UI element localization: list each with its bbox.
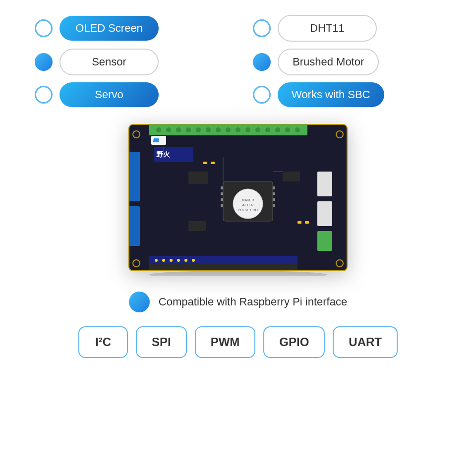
svg-point-52 (135, 133, 138, 136)
oled-indicator (35, 19, 53, 37)
dht11-badge: DHT11 (278, 15, 377, 42)
features-grid: OLED Screen DHT11 Sensor Brushed Motor S… (35, 15, 441, 107)
svg-rect-28 (221, 186, 223, 189)
sensor-badge: Sensor (60, 49, 159, 75)
svg-rect-18 (129, 206, 140, 246)
svg-point-56 (135, 262, 138, 265)
svg-text:MAKER: MAKER (242, 198, 254, 202)
svg-text:PULSE PRO: PULSE PRO (238, 208, 258, 212)
svg-point-45 (162, 259, 165, 262)
svg-point-6 (196, 127, 201, 132)
svg-point-3 (166, 127, 171, 132)
protocol-section: I²C SPI PWM GPIO UART (78, 326, 398, 358)
oled-badge: OLED Screen (60, 16, 159, 41)
svg-point-12 (255, 127, 260, 132)
svg-point-15 (285, 127, 290, 132)
svg-rect-30 (221, 198, 223, 201)
protocol-spi: SPI (136, 326, 187, 358)
svg-point-9 (226, 127, 231, 132)
svg-point-5 (186, 127, 191, 132)
svg-rect-41 (283, 172, 300, 181)
svg-point-13 (265, 127, 270, 132)
svg-point-58 (338, 262, 341, 265)
svg-rect-42 (188, 221, 206, 231)
svg-point-10 (236, 127, 240, 132)
feature-servo: Servo (35, 82, 223, 107)
svg-point-8 (216, 127, 221, 132)
svg-rect-24 (154, 138, 159, 142)
sensor-indicator (35, 53, 53, 71)
svg-rect-21 (317, 231, 332, 251)
svg-rect-34 (273, 198, 275, 201)
pcb-image: ON 野火 MAKER AFTER PULSE PRO (124, 122, 352, 278)
svg-rect-64 (298, 221, 301, 224)
svg-rect-33 (273, 192, 275, 195)
protocol-i2c: I²C (78, 326, 128, 358)
brushed-indicator (253, 53, 271, 71)
servo-indicator (35, 86, 53, 104)
svg-rect-62 (203, 162, 207, 164)
svg-rect-63 (211, 162, 215, 164)
svg-point-16 (295, 127, 300, 132)
svg-text:AFTER: AFTER (242, 203, 254, 207)
svg-point-11 (245, 127, 250, 132)
pcb-section: ON 野火 MAKER AFTER PULSE PRO (30, 122, 446, 278)
protocol-gpio: GPIO (263, 326, 325, 358)
svg-rect-40 (188, 172, 208, 184)
svg-rect-19 (317, 172, 332, 196)
svg-point-66 (149, 271, 327, 276)
svg-point-44 (155, 259, 158, 262)
svg-rect-65 (305, 221, 309, 224)
brushed-badge: Brushed Motor (278, 49, 379, 75)
compatible-indicator (129, 292, 150, 312)
servo-badge: Servo (60, 82, 159, 107)
protocol-pwm: PWM (195, 326, 256, 358)
svg-rect-29 (221, 192, 223, 195)
svg-rect-35 (273, 204, 275, 207)
feature-oled: OLED Screen (35, 15, 223, 42)
svg-rect-17 (129, 152, 140, 201)
svg-point-2 (156, 127, 161, 132)
svg-rect-50 (149, 263, 298, 270)
svg-point-48 (184, 259, 187, 262)
protocol-uart: UART (333, 326, 398, 358)
dht11-indicator (253, 19, 271, 37)
svg-point-49 (192, 259, 195, 262)
compatible-text: Compatible with Raspberry Pi interface (159, 296, 347, 308)
svg-point-14 (275, 127, 280, 132)
svg-point-47 (177, 259, 180, 262)
svg-rect-32 (273, 186, 275, 189)
feature-sbc: Works with SBC (253, 82, 441, 107)
compatible-section: Compatible with Raspberry Pi interface (30, 292, 446, 312)
sbc-indicator (253, 86, 271, 104)
svg-point-54 (338, 133, 341, 136)
feature-brushed: Brushed Motor (253, 49, 441, 75)
svg-point-46 (170, 259, 173, 262)
sbc-badge: Works with SBC (278, 82, 384, 107)
feature-sensor: Sensor (35, 49, 223, 75)
feature-dht11: DHT11 (253, 15, 441, 42)
svg-rect-31 (221, 204, 223, 207)
svg-rect-20 (317, 201, 332, 226)
svg-point-4 (176, 127, 181, 132)
svg-point-7 (206, 127, 211, 132)
pcb-svg: ON 野火 MAKER AFTER PULSE PRO (124, 122, 352, 276)
